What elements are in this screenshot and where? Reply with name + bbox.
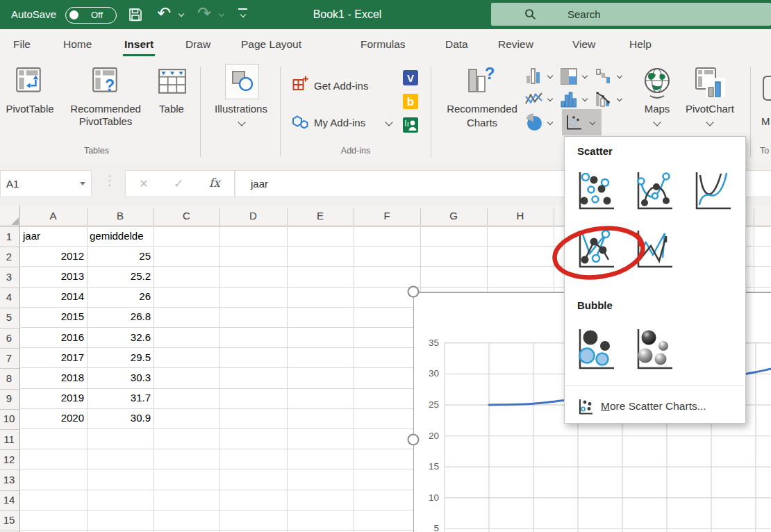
my-addins-button[interactable]: [290, 113, 310, 135]
column-header-C[interactable]: C: [159, 208, 215, 224]
name-box-dropdown-icon[interactable]: [80, 182, 85, 185]
column-header-E[interactable]: E: [292, 208, 348, 224]
row-header-3[interactable]: 3: [0, 269, 18, 285]
column-header-G[interactable]: G: [426, 208, 481, 224]
cell-B7[interactable]: 29.5: [88, 350, 151, 365]
row-header-13[interactable]: 13: [0, 472, 18, 488]
pie-chart-chevron-icon[interactable]: [547, 119, 553, 125]
search-box[interactable]: Search: [491, 3, 771, 26]
menu-item-scatter-smooth-markers[interactable]: [633, 169, 676, 215]
cell-A7[interactable]: 2017: [21, 350, 84, 365]
tab-file[interactable]: File: [10, 31, 33, 60]
recommended-charts-button[interactable]: ?: [466, 65, 497, 100]
row-header-11[interactable]: 11: [0, 431, 18, 448]
histogram-chart-chevron-icon[interactable]: [582, 96, 588, 101]
row-header-8[interactable]: 8: [0, 370, 18, 387]
cell-B6[interactable]: 32.6: [88, 330, 151, 345]
maps-button[interactable]: [642, 66, 674, 102]
row-header-15[interactable]: 15: [0, 512, 18, 529]
customize-qat-icon[interactable]: [238, 8, 247, 10]
waterfall-chart-chevron-icon[interactable]: [617, 73, 622, 78]
column-header-A[interactable]: A: [26, 208, 81, 224]
illustrations-button[interactable]: [225, 64, 259, 99]
row-header-12[interactable]: 12: [0, 451, 18, 468]
select-all-corner[interactable]: [0, 206, 20, 226]
column-header-D[interactable]: D: [226, 208, 281, 224]
chart-resize-handle-topleft[interactable]: [408, 286, 420, 298]
cell-B1[interactable]: gemiddelde: [90, 228, 144, 244]
line-chart-chevron-icon[interactable]: [547, 96, 553, 101]
save-icon[interactable]: [128, 7, 143, 22]
threed-map-partial-icon[interactable]: [761, 74, 771, 104]
name-box[interactable]: A1: [0, 170, 92, 197]
tab-review[interactable]: Review: [495, 31, 536, 60]
row-header-14[interactable]: 14: [0, 492, 18, 508]
pivotchart-button[interactable]: [695, 65, 727, 103]
menu-item-scatter-straight-markers[interactable]: [574, 227, 617, 273]
menu-item-bubble[interactable]: [574, 326, 617, 374]
cell-B8[interactable]: 30.3: [88, 370, 151, 385]
autosave-toggle[interactable]: Off: [65, 7, 117, 24]
cell-B3[interactable]: 25.2: [88, 269, 151, 284]
row-header-5[interactable]: 5: [0, 309, 18, 326]
recommended-pivottables-button[interactable]: ?: [91, 67, 120, 100]
menu-item-scatter[interactable]: [574, 169, 617, 215]
cell-A9[interactable]: 2019: [21, 390, 84, 406]
pivottable-button[interactable]: [15, 67, 44, 100]
insert-combo-chart-icon[interactable]: [595, 90, 613, 108]
cell-A1[interactable]: jaar: [23, 228, 40, 244]
get-addins-button[interactable]: [292, 75, 309, 95]
customize-qat-chevron-icon[interactable]: [240, 12, 246, 17]
cell-B10[interactable]: 30.9: [88, 410, 151, 426]
tab-formulas[interactable]: Formulas: [358, 31, 408, 60]
insert-line-chart-icon[interactable]: [525, 90, 543, 108]
insert-scatter-button-pressed[interactable]: [562, 109, 602, 135]
visio-addin-icon[interactable]: V: [402, 69, 419, 86]
area-chart-chevron-icon[interactable]: [582, 73, 588, 78]
cell-B4[interactable]: 26: [88, 289, 151, 304]
cell-A8[interactable]: 2018: [21, 370, 84, 385]
cell-A4[interactable]: 2014: [21, 289, 84, 304]
menu-item-scatter-straight[interactable]: [633, 227, 676, 273]
tab-insert[interactable]: Insert: [122, 31, 156, 60]
menu-item-bubble-3d[interactable]: [633, 326, 676, 374]
row-header-7[interactable]: 7: [0, 350, 18, 367]
bing-maps-addin-icon[interactable]: b: [402, 93, 419, 110]
cell-B9[interactable]: 31.7: [88, 390, 151, 406]
tab-draw[interactable]: Draw: [183, 31, 213, 60]
menu-item-more-scatter-charts[interactable]: More Scatter Charts...: [565, 391, 745, 422]
column-header-H[interactable]: H: [492, 208, 548, 224]
column-header-B[interactable]: B: [92, 208, 148, 224]
tab-home[interactable]: Home: [60, 31, 94, 60]
cell-A5[interactable]: 2015: [21, 309, 84, 324]
row-header-2[interactable]: 2: [0, 249, 18, 265]
cell-A3[interactable]: 2013: [21, 269, 84, 284]
cell-B5[interactable]: 26.8: [88, 309, 151, 324]
combo-chart-chevron-icon[interactable]: [617, 96, 622, 101]
chart-resize-handle-midleft[interactable]: [408, 434, 420, 446]
insert-function-icon[interactable]: fx: [205, 171, 224, 197]
insert-waterfall-chart-icon[interactable]: [595, 67, 613, 85]
table-button[interactable]: [158, 67, 187, 99]
insert-histogram-chart-icon[interactable]: [560, 90, 578, 108]
column-header-F[interactable]: F: [359, 208, 415, 224]
tab-page-layout[interactable]: Page Layout: [238, 31, 304, 60]
cell-A10[interactable]: 2020: [21, 410, 84, 426]
tab-view[interactable]: View: [570, 31, 598, 60]
tab-data[interactable]: Data: [442, 31, 471, 60]
undo-icon[interactable]: ↶: [157, 3, 171, 23]
column-chart-chevron-icon[interactable]: [547, 73, 553, 78]
people-graph-addin-icon[interactable]: [402, 117, 419, 133]
menu-item-scatter-smooth[interactable]: [691, 169, 734, 215]
insert-area-chart-icon[interactable]: [560, 67, 578, 85]
row-header-4[interactable]: 4: [0, 289, 18, 306]
insert-column-chart-icon[interactable]: [525, 67, 543, 85]
formula-bar-divider-dots-icon[interactable]: ⋮: [103, 172, 117, 188]
cell-A2[interactable]: 2012: [21, 249, 84, 264]
row-header-1[interactable]: 1: [0, 228, 18, 245]
cell-B2[interactable]: 25: [88, 249, 151, 264]
undo-chevron-icon[interactable]: [179, 11, 184, 17]
insert-pie-chart-icon[interactable]: [524, 113, 544, 132]
tab-help[interactable]: Help: [627, 31, 654, 60]
row-header-10[interactable]: 10: [0, 410, 18, 427]
